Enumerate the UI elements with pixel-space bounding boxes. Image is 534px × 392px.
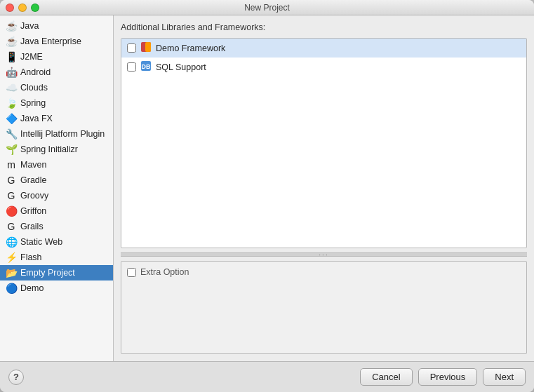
lib-label-sql-support: SQL Support (156, 62, 206, 72)
cancel-button[interactable]: Cancel (360, 368, 412, 386)
sidebar-icon-grails: G (6, 221, 17, 232)
sidebar-item-android[interactable]: 🤖Android (0, 65, 113, 80)
splitter-handle[interactable]: ··· (121, 252, 527, 257)
sidebar-label-static-web: Static Web (20, 237, 62, 247)
sidebar-item-clouds[interactable]: ☁️Clouds (0, 80, 113, 95)
sidebar-icon-static-web: 🌐 (6, 236, 17, 248)
minimize-button[interactable] (18, 4, 27, 12)
sidebar-item-spring-initializr[interactable]: 🌱Spring Initializr (0, 142, 113, 157)
sidebar-item-demo[interactable]: 🔵Demo (0, 281, 113, 296)
sidebar-label-maven: Maven (20, 160, 47, 170)
lib-checkbox-demo-framework[interactable] (127, 43, 136, 53)
sidebar-label-grails: Grails (20, 222, 44, 231)
sidebar-icon-maven: m (6, 159, 17, 170)
sidebar-icon-empty-project: 📂 (6, 267, 17, 278)
close-button[interactable] (6, 4, 14, 12)
svg-text:DB: DB (142, 63, 151, 70)
new-project-window: New Project ☕Java☕Java Enterprise📱J2ME🤖A… (0, 0, 534, 392)
title-bar: New Project (0, 0, 534, 15)
sidebar: ☕Java☕Java Enterprise📱J2ME🤖Android☁️Clou… (0, 15, 114, 361)
sidebar-item-grails[interactable]: GGrails (0, 219, 113, 234)
sidebar-item-j2me[interactable]: 📱J2ME (0, 49, 113, 65)
sidebar-label-gradle: Gradle (20, 175, 47, 185)
footer-left: ? (8, 370, 24, 385)
sidebar-label-griffon: Griffon (20, 206, 46, 216)
lib-icon-sql-support: DB (140, 60, 152, 74)
window-controls (6, 4, 39, 12)
sidebar-icon-j2me: 📱 (6, 51, 17, 62)
sidebar-item-intellij-plugin[interactable]: 🔧Intellij Platform Plugin (0, 126, 113, 142)
sidebar-item-static-web[interactable]: 🌐Static Web (0, 234, 113, 250)
previous-button[interactable]: Previous (418, 368, 478, 386)
sidebar-icon-groovy: G (6, 190, 17, 201)
extra-options-panel: Extra Option (121, 261, 527, 354)
sidebar-label-java-enterprise: Java Enterprise (20, 36, 81, 46)
next-button[interactable]: Next (483, 368, 526, 386)
sidebar-label-empty-project: Empty Project (20, 268, 75, 278)
help-button[interactable]: ? (8, 370, 24, 385)
sidebar-icon-intellij-plugin: 🔧 (6, 128, 17, 140)
sidebar-icon-java-enterprise: ☕ (6, 36, 17, 47)
sidebar-icon-java: ☕ (6, 20, 17, 32)
sidebar-label-groovy: Groovy (20, 191, 48, 201)
lib-item-demo-framework[interactable]: Demo Framework (121, 39, 526, 58)
sidebar-item-maven[interactable]: mMaven (0, 157, 113, 173)
lib-checkbox-sql-support[interactable] (127, 62, 136, 72)
sidebar-item-empty-project[interactable]: 📂Empty Project (0, 265, 113, 281)
sidebar-icon-android: 🤖 (6, 67, 17, 78)
libraries-panel: Demo FrameworkDBSQL Support (121, 38, 527, 248)
main-area: Additional Libraries and Frameworks: Dem… (114, 15, 534, 361)
lib-item-sql-support[interactable]: DBSQL Support (121, 58, 526, 76)
sidebar-icon-java-fx: 🔷 (6, 113, 17, 124)
lib-icon-demo-framework (140, 41, 152, 55)
sidebar-icon-flash: ⚡ (6, 252, 17, 263)
sidebar-icon-demo: 🔵 (6, 283, 17, 294)
sidebar-item-griffon[interactable]: 🔴Griffon (0, 203, 113, 219)
sidebar-label-spring-initializr: Spring Initializr (20, 144, 78, 154)
sidebar-item-java[interactable]: ☕Java (0, 18, 113, 34)
sidebar-icon-spring: 🍃 (6, 97, 17, 109)
svg-rect-1 (145, 42, 151, 52)
sidebar-icon-clouds: ☁️ (6, 82, 17, 93)
window-title: New Project (244, 3, 290, 13)
libraries-panel-title: Additional Libraries and Frameworks: (121, 22, 527, 32)
sidebar-item-flash[interactable]: ⚡Flash (0, 250, 113, 265)
extra-option-label: Extra Option (140, 267, 189, 277)
footer-right: Cancel Previous Next (360, 368, 526, 386)
sidebar-label-flash: Flash (20, 252, 42, 262)
sidebar-icon-griffon: 🔴 (6, 205, 17, 217)
sidebar-icon-gradle: G (6, 175, 17, 186)
sidebar-label-spring: Spring (20, 98, 46, 108)
sidebar-label-android: Android (20, 67, 51, 77)
content-area: ☕Java☕Java Enterprise📱J2ME🤖Android☁️Clou… (0, 15, 534, 361)
sidebar-label-intellij-plugin: Intellij Platform Plugin (20, 129, 105, 139)
sidebar-item-java-fx[interactable]: 🔷Java FX (0, 111, 113, 126)
sidebar-item-spring[interactable]: 🍃Spring (0, 95, 113, 111)
splitter-dots: ··· (319, 251, 328, 259)
extra-option-checkbox[interactable] (127, 268, 136, 277)
sidebar-label-clouds: Clouds (20, 83, 48, 93)
sidebar-item-groovy[interactable]: GGroovy (0, 188, 113, 203)
help-icon: ? (13, 372, 19, 382)
sidebar-item-gradle[interactable]: GGradle (0, 173, 113, 188)
extra-option-row: Extra Option (127, 267, 521, 277)
maximize-button[interactable] (31, 4, 39, 12)
sidebar-label-demo: Demo (20, 283, 44, 293)
lib-label-demo-framework: Demo Framework (156, 43, 225, 53)
sidebar-label-j2me: J2ME (20, 52, 43, 62)
sidebar-label-java-fx: Java FX (20, 114, 53, 123)
sidebar-icon-spring-initializr: 🌱 (6, 144, 17, 155)
footer: ? Cancel Previous Next (0, 361, 534, 392)
sidebar-item-java-enterprise[interactable]: ☕Java Enterprise (0, 34, 113, 49)
sidebar-label-java: Java (20, 21, 39, 31)
